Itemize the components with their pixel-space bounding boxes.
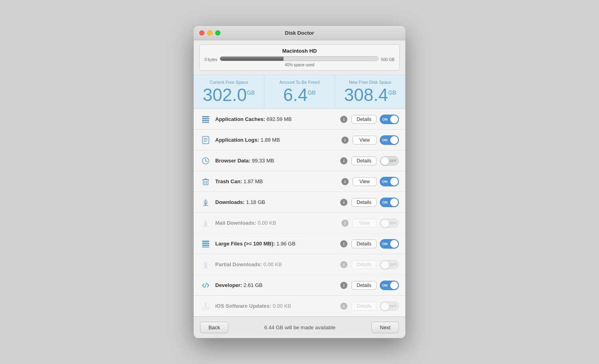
- stat-new-free-label: New Free Disk Space: [339, 80, 401, 85]
- action-button-mail-downloads: View: [353, 219, 377, 228]
- item-text-partial-downloads: Partial Downloads: 0.00 KB: [215, 261, 338, 267]
- toggle-knob-ios-updates: [381, 303, 389, 311]
- stat-current-free-label: Current Free Space: [198, 80, 260, 85]
- disk-percent-label: 40% space used: [204, 63, 395, 67]
- maximize-button[interactable]: [215, 30, 220, 36]
- items-list: Application Caches: 692.59 MB i Details …: [194, 109, 405, 317]
- toggle-trash-can[interactable]: ON: [380, 177, 399, 186]
- action-button-ios-updates: Details: [351, 302, 377, 311]
- toggle-ios-updates[interactable]: OFF: [380, 301, 399, 311]
- info-icon-browser-data[interactable]: i: [340, 157, 347, 164]
- minimize-button[interactable]: [207, 30, 212, 36]
- log-icon: [200, 135, 211, 146]
- back-button[interactable]: Back: [200, 322, 228, 333]
- toggle-knob-downloads: [390, 198, 398, 206]
- next-button[interactable]: Next: [371, 322, 399, 333]
- disk-max-label: 500 GB: [381, 57, 395, 62]
- download-inactive-icon: [200, 259, 211, 270]
- toggle-label-app-caches: ON: [382, 117, 388, 121]
- toggle-partial-downloads[interactable]: OFF: [380, 260, 399, 269]
- info-icon-app-caches[interactable]: i: [340, 116, 347, 123]
- svg-rect-24: [202, 247, 209, 247]
- info-icon-downloads[interactable]: i: [340, 199, 347, 206]
- svg-rect-11: [203, 180, 208, 185]
- svg-line-10: [206, 161, 207, 162]
- svg-rect-21: [202, 241, 209, 242]
- download-inactive-icon: [200, 218, 211, 229]
- toggle-label-app-logs: ON: [382, 138, 388, 142]
- svg-rect-23: [202, 245, 209, 246]
- svg-rect-2: [202, 120, 209, 121]
- item-text-ios-updates: iOS Software Updates: 0.00 KB: [215, 303, 338, 309]
- toggle-mail-downloads[interactable]: OFF: [380, 218, 399, 228]
- disk-name: Macintosh HD: [204, 48, 395, 54]
- action-button-app-logs[interactable]: View: [353, 136, 377, 144]
- toggle-downloads[interactable]: ON: [380, 198, 399, 207]
- list-item-trash-can: Trash Can: 1.87 MB i View ON: [194, 171, 405, 192]
- toggle-large-files[interactable]: ON: [380, 239, 399, 249]
- toggle-label-partial-downloads: OFF: [389, 263, 397, 267]
- svg-rect-5: [204, 138, 208, 139]
- toggle-knob-browser-data: [381, 157, 389, 165]
- disk-bar-fill: [220, 57, 283, 61]
- traffic-lights: [199, 30, 220, 36]
- list-item-partial-downloads: Partial Downloads: 0.00 KB i Details OFF: [194, 254, 405, 275]
- toggle-knob-mail-downloads: [381, 220, 389, 228]
- list-item-developer: Developer: 2.61 GB i Details ON: [194, 275, 405, 296]
- action-button-developer[interactable]: Details: [351, 281, 377, 290]
- toggle-label-large-files: ON: [382, 242, 388, 246]
- disk-bar-container: Macintosh HD 0 bytes 500 GB 40% space us…: [199, 44, 400, 71]
- toggle-developer[interactable]: ON: [380, 281, 399, 290]
- svg-rect-29: [203, 307, 208, 309]
- list-item-downloads: Downloads: 1.18 GB i Details ON: [194, 192, 405, 213]
- info-icon-mail-downloads[interactable]: i: [341, 220, 349, 227]
- trash-icon: [200, 176, 211, 187]
- toggle-app-logs[interactable]: ON: [380, 135, 399, 145]
- disk-min-label: 0 bytes: [204, 57, 217, 62]
- item-text-app-logs: Application Logs: 1.89 MB: [215, 137, 339, 143]
- main-window: Disk Doctor Macintosh HD 0 bytes 500 GB …: [194, 26, 405, 338]
- item-controls-mail-downloads: View OFF: [353, 218, 399, 228]
- toggle-app-caches[interactable]: ON: [380, 115, 399, 124]
- stack-icon: [200, 114, 211, 125]
- ios-inactive-icon: [200, 301, 211, 312]
- close-button[interactable]: [199, 30, 204, 36]
- info-icon-developer[interactable]: i: [340, 282, 347, 289]
- toggle-label-downloads: ON: [382, 200, 388, 204]
- action-button-app-caches[interactable]: Details: [351, 115, 377, 124]
- info-icon-ios-updates[interactable]: i: [340, 303, 347, 310]
- item-text-browser-data: Browser Data: 99.33 MB: [215, 158, 338, 164]
- action-button-trash-can[interactable]: View: [353, 177, 377, 186]
- disk-bar-track: [220, 56, 379, 61]
- item-controls-browser-data: Details OFF: [351, 156, 399, 166]
- item-text-app-caches: Application Caches: 692.59 MB: [215, 116, 338, 122]
- item-text-developer: Developer: 2.61 GB: [215, 282, 338, 288]
- item-controls-downloads: Details ON: [351, 198, 399, 207]
- list-item-app-caches: Application Caches: 692.59 MB i Details …: [194, 109, 405, 130]
- stat-amount-freed-value: 6.4GB: [268, 86, 331, 104]
- footer-status: 6.44 GB will be made available: [264, 324, 336, 330]
- stat-current-free: Current Free Space 302.0GB: [194, 75, 264, 109]
- stat-new-free: New Free Disk Space 308.4GB: [335, 75, 405, 109]
- stat-new-free-value: 308.4GB: [339, 86, 401, 104]
- clock-icon: [200, 155, 211, 166]
- item-controls-app-caches: Details ON: [351, 115, 399, 124]
- info-icon-trash-can[interactable]: i: [341, 178, 349, 185]
- item-controls-partial-downloads: Details OFF: [351, 260, 399, 269]
- list-item-mail-downloads: Mail Downloads: 0.00 KB i View OFF: [194, 213, 405, 233]
- svg-rect-3: [202, 122, 209, 123]
- item-text-mail-downloads: Mail Downloads: 0.00 KB: [215, 220, 339, 226]
- info-icon-app-logs[interactable]: i: [341, 136, 349, 144]
- list-item-browser-data: Browser Data: 99.33 MB i Details OFF: [194, 150, 405, 171]
- svg-rect-6: [204, 140, 208, 140]
- action-button-browser-data[interactable]: Details: [351, 156, 377, 165]
- code-icon: [200, 280, 211, 291]
- action-button-downloads[interactable]: Details: [351, 198, 377, 207]
- action-button-large-files[interactable]: Details: [351, 239, 377, 248]
- info-icon-large-files[interactable]: i: [340, 240, 347, 247]
- item-text-downloads: Downloads: 1.18 GB: [215, 199, 338, 205]
- info-icon-partial-downloads[interactable]: i: [340, 261, 347, 268]
- toggle-browser-data[interactable]: OFF: [380, 156, 399, 166]
- item-text-trash-can: Trash Can: 1.87 MB: [215, 178, 339, 184]
- toggle-label-mail-downloads: OFF: [389, 221, 397, 225]
